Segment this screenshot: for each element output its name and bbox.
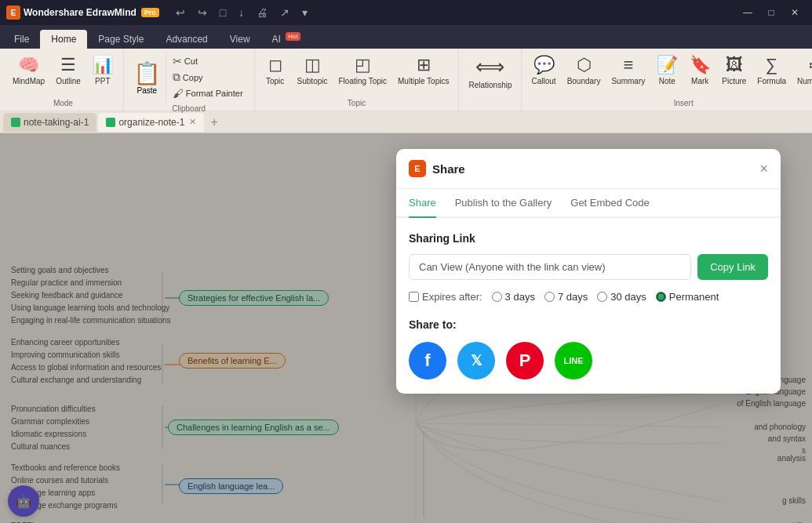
radio-7days[interactable]: 7 days (544, 291, 588, 303)
floating-topic-label: Floating Topic (339, 77, 388, 85)
copy-button[interactable]: ⧉ Copy (169, 69, 246, 85)
radio-7days-label: 7 days (558, 291, 588, 303)
facebook-share-button[interactable]: f (409, 342, 446, 380)
doc-tabs: note-taking-ai-1 organize-note-1 ✕ + (0, 111, 812, 133)
cut-button[interactable]: ✂ Cut (169, 53, 246, 69)
print-button[interactable]: 🖨 (253, 5, 271, 20)
paste-button[interactable]: 📋 Paste (129, 52, 166, 103)
multiple-topics-button[interactable]: ⊞ Multiple Topics (393, 52, 453, 89)
modal-tab-share[interactable]: Share (409, 189, 436, 218)
numbering-button[interactable]: ≔ Numbering (792, 52, 812, 89)
pinterest-icon: P (519, 350, 531, 371)
modal-close-button[interactable]: × (759, 162, 768, 176)
paste-icon: 📋 (133, 60, 161, 86)
tab-view[interactable]: View (219, 30, 261, 49)
radio-permanent-label: Permanent (669, 291, 719, 303)
relationship-button[interactable]: ⟺ Relationship (464, 52, 516, 93)
outline-button[interactable]: ☰ Outline (51, 52, 86, 89)
tab-icon-note (11, 118, 20, 127)
modal-tab-publish[interactable]: Publish to the Gallery (455, 189, 552, 218)
multiple-topics-icon: ⊞ (417, 55, 431, 75)
pro-badge: Pro (141, 8, 159, 17)
format-painter-icon: 🖌 (173, 87, 184, 100)
hot-badge: Hot (286, 32, 300, 41)
app-logo: E Wondershare EdrawMind Pro (6, 5, 159, 20)
doc-tab-note-taking[interactable]: note-taking-ai-1 (3, 113, 96, 132)
summary-button[interactable]: ≡ Summary (606, 52, 650, 89)
boundary-button[interactable]: ⬡ Boundary (563, 52, 606, 89)
modal-logo: E (409, 160, 426, 177)
note-button[interactable]: 📝 Note (651, 52, 683, 89)
redo-button[interactable]: ↪ (194, 5, 211, 20)
copy-link-button[interactable]: Copy Link (697, 254, 768, 280)
ppt-button[interactable]: 📊 PPT (87, 52, 118, 89)
subtopic-button[interactable]: ◫ Subtopic (293, 52, 333, 89)
export-button[interactable]: ↗ (276, 5, 293, 20)
minimize-button[interactable]: — (737, 4, 759, 21)
expires-text: Expires after: (422, 291, 482, 303)
floating-topic-button[interactable]: ◰ Floating Topic (334, 52, 392, 89)
format-painter-label: Format Painter (186, 89, 243, 98)
radio-permanent-input[interactable] (656, 292, 666, 302)
topic-group-label: Topic (348, 99, 366, 107)
relationship-icon: ⟺ (475, 55, 504, 79)
radio-3days-input[interactable] (492, 292, 502, 302)
subtopic-label: Subtopic (297, 77, 328, 85)
tab-file[interactable]: File (3, 30, 40, 49)
radio-3days[interactable]: 3 days (492, 291, 535, 303)
radio-permanent[interactable]: Permanent (656, 291, 719, 303)
picture-label: Picture (722, 77, 746, 85)
note-icon: 📝 (657, 55, 678, 75)
radio-7days-input[interactable] (544, 292, 555, 302)
radio-30days[interactable]: 30 days (597, 291, 646, 303)
expires-checkbox[interactable] (409, 292, 419, 302)
window-controls: — □ ✕ (737, 4, 806, 21)
tab-page-style[interactable]: Page Style (87, 30, 155, 49)
topic-button[interactable]: ◻ Topic (260, 52, 291, 89)
modal-tab-embed[interactable]: Get Embed Code (570, 189, 649, 218)
app-name: Wondershare EdrawMind (24, 7, 137, 18)
tab-close-organize[interactable]: ✕ (189, 117, 196, 127)
picture-icon: 🖼 (726, 55, 743, 75)
callout-label: Callout (531, 77, 555, 85)
mindmap-button[interactable]: 🧠 MindMap (8, 52, 49, 89)
modal-tabs: Share Publish to the Gallery Get Embed C… (396, 189, 781, 218)
maximize-button[interactable]: □ (760, 4, 782, 21)
topic-items: ◻ Topic ◫ Subtopic ◰ Floating Topic ⊞ Mu… (260, 52, 454, 97)
clipboard-small-items: ✂ Cut ⧉ Copy 🖌 Format Painter (166, 52, 249, 103)
mark-icon: 🔖 (690, 55, 711, 75)
more-button[interactable]: ▾ (298, 5, 311, 20)
tab-label-organize: organize-note-1 (118, 117, 184, 128)
doc-tab-organize[interactable]: organize-note-1 ✕ (98, 113, 204, 132)
ppt-label: PPT (95, 77, 110, 85)
radio-30days-input[interactable] (597, 292, 607, 302)
undo-button[interactable]: ↩ (172, 5, 189, 20)
numbering-icon: ≔ (808, 55, 813, 75)
logo-icon: E (6, 5, 20, 20)
line-share-button[interactable]: LINE (555, 342, 592, 380)
twitter-share-button[interactable]: 𝕏 (457, 342, 495, 380)
outline-label: Outline (56, 77, 81, 85)
topic-label: Topic (266, 77, 284, 85)
close-window-button[interactable]: ✕ (784, 4, 806, 21)
tab-home[interactable]: Home (40, 30, 87, 49)
callout-button[interactable]: 💬 Callout (526, 52, 560, 89)
ribbon-group-topic: ◻ Topic ◫ Subtopic ◰ Floating Topic ⊞ Mu… (255, 49, 460, 111)
mindmap-label: MindMap (13, 77, 45, 85)
doc-tab-add[interactable]: + (206, 114, 222, 130)
tab-advanced[interactable]: Advanced (155, 30, 218, 49)
titlebar-controls: ↩ ↪ □ ↓ 🖨 ↗ ▾ (172, 5, 311, 20)
format-painter-button[interactable]: 🖌 Format Painter (169, 85, 246, 101)
tab-ai[interactable]: AI Hot (261, 29, 311, 49)
topic-icon: ◻ (268, 55, 282, 75)
picture-button[interactable]: 🖼 Picture (717, 52, 751, 89)
subtopic-icon: ◫ (304, 55, 321, 75)
pinterest-share-button[interactable]: P (506, 342, 544, 380)
open-button[interactable]: ↓ (235, 5, 248, 20)
new-button[interactable]: □ (216, 5, 230, 20)
mark-button[interactable]: 🔖 Mark (684, 52, 716, 89)
formula-button[interactable]: ∑ Formula (752, 52, 791, 89)
share-link-input[interactable] (409, 254, 691, 280)
radio-3days-label: 3 days (505, 291, 535, 303)
boundary-icon: ⬡ (577, 55, 592, 75)
